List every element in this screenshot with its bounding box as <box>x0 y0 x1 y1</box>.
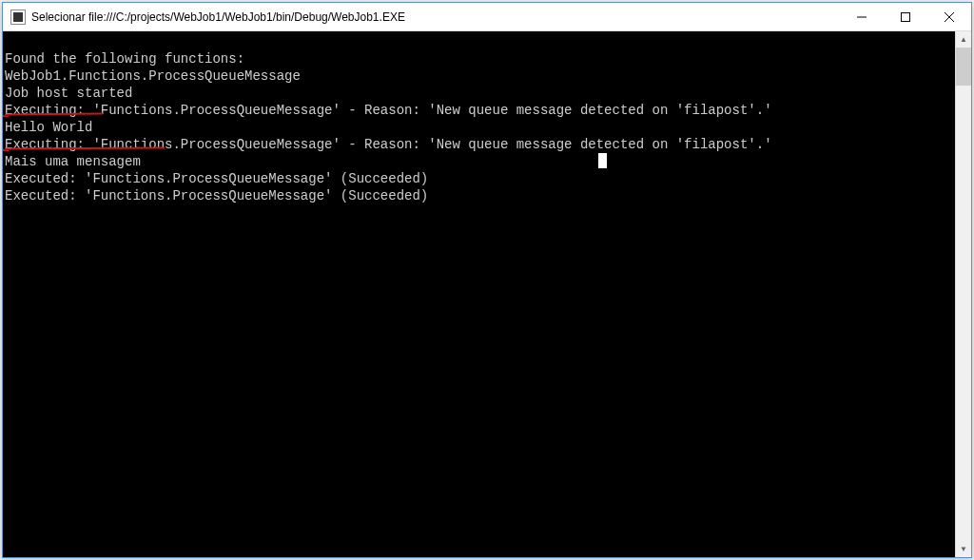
window-title: Selecionar file:///C:/projects/WebJob1/W… <box>31 10 840 24</box>
console-line: Mais uma mensagem <box>5 154 141 169</box>
maximize-button[interactable] <box>884 3 927 30</box>
minimize-button[interactable] <box>840 3 884 30</box>
console-window: Selecionar file:///C:/projects/WebJob1/W… <box>2 2 972 558</box>
scroll-thumb[interactable] <box>956 48 971 86</box>
console-line: Job host started <box>5 86 132 101</box>
console-line: Executing: 'Functions.ProcessQueueMessag… <box>5 137 772 152</box>
console-line: Executed: 'Functions.ProcessQueueMessage… <box>5 188 428 203</box>
console-line: Executed: 'Functions.ProcessQueueMessage… <box>5 171 428 186</box>
scroll-down-button[interactable]: ▼ <box>956 541 971 557</box>
minimize-icon <box>857 12 867 22</box>
titlebar[interactable]: Selecionar file:///C:/projects/WebJob1/W… <box>3 3 971 31</box>
app-icon <box>10 10 26 25</box>
close-icon <box>945 12 954 22</box>
console-area: Found the following functions: WebJob1.F… <box>3 31 971 557</box>
svg-rect-1 <box>902 12 910 21</box>
console-output[interactable]: Found the following functions: WebJob1.F… <box>3 31 955 557</box>
window-controls <box>840 3 971 30</box>
console-line: Executing: 'Functions.ProcessQueueMessag… <box>5 103 772 118</box>
maximize-icon <box>901 12 910 22</box>
chevron-down-icon: ▼ <box>960 545 967 553</box>
console-line: WebJob1.Functions.ProcessQueueMessage <box>5 68 301 84</box>
text-cursor <box>598 153 607 168</box>
console-line: Found the following functions: <box>5 51 244 67</box>
scroll-track[interactable] <box>956 48 971 541</box>
vertical-scrollbar[interactable]: ▲ ▼ <box>955 31 971 557</box>
console-line: Hello World <box>5 120 92 135</box>
close-button[interactable] <box>927 3 971 30</box>
scroll-up-button[interactable]: ▲ <box>956 31 971 48</box>
chevron-up-icon: ▲ <box>960 35 967 44</box>
